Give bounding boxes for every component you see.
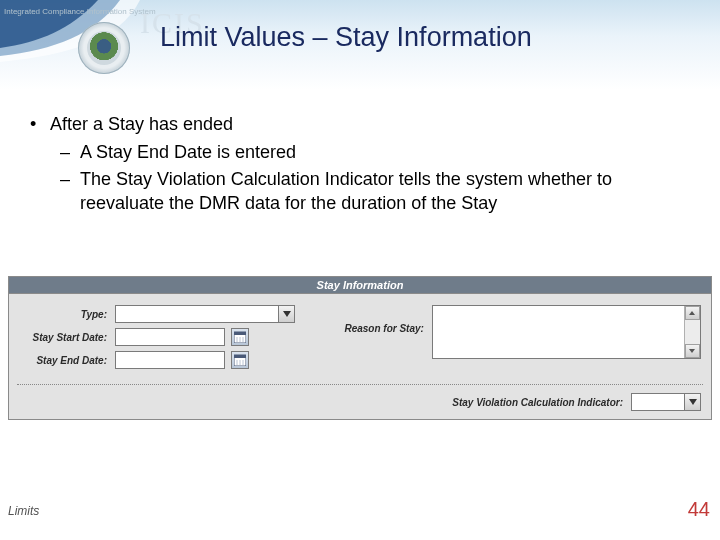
calendar-icon[interactable] — [231, 351, 249, 369]
label-type: Type: — [19, 309, 115, 320]
scrollbar[interactable] — [684, 306, 700, 358]
label-reason: Reason for Stay: — [338, 305, 432, 334]
calendar-icon[interactable] — [231, 328, 249, 346]
bullet-dot-icon — [30, 112, 50, 136]
stay-information-panel: Stay Information Type: Stay Start Date: … — [8, 276, 712, 420]
reason-textarea[interactable] — [432, 305, 701, 359]
bullet-main: After a Stay has ended — [50, 112, 233, 136]
indicator-value — [632, 394, 684, 410]
start-date-input[interactable] — [115, 328, 225, 346]
label-start-date: Stay Start Date: — [19, 332, 115, 343]
bullet-sub1: A Stay End Date is entered — [80, 140, 296, 164]
bullet-dash-icon — [60, 167, 80, 216]
epa-seal-icon — [78, 22, 130, 74]
bullet-dash-icon — [60, 140, 80, 164]
svg-rect-1 — [234, 332, 246, 335]
indicator-select[interactable] — [631, 393, 701, 411]
panel-title: Stay Information — [9, 277, 711, 294]
footer-page-number: 44 — [688, 498, 710, 521]
chevron-down-icon — [684, 394, 700, 410]
header-watermark-sub: Integrated Compliance Information System — [4, 7, 156, 16]
chevron-down-icon — [278, 306, 294, 322]
type-select[interactable] — [115, 305, 295, 323]
end-date-input[interactable] — [115, 351, 225, 369]
scroll-down-icon[interactable] — [685, 344, 700, 358]
type-value — [116, 306, 278, 322]
label-end-date: Stay End Date: — [19, 355, 115, 366]
divider — [17, 384, 703, 385]
bullet-sub2: The Stay Violation Calculation Indicator… — [80, 167, 690, 216]
footer-section-label: Limits — [8, 504, 39, 518]
reason-value — [433, 306, 684, 358]
svg-rect-6 — [234, 355, 246, 358]
scroll-up-icon[interactable] — [685, 306, 700, 320]
label-indicator: Stay Violation Calculation Indicator: — [452, 397, 631, 408]
slide-title: Limit Values – Stay Information — [160, 22, 700, 53]
body-text: After a Stay has ended A Stay End Date i… — [30, 112, 690, 217]
